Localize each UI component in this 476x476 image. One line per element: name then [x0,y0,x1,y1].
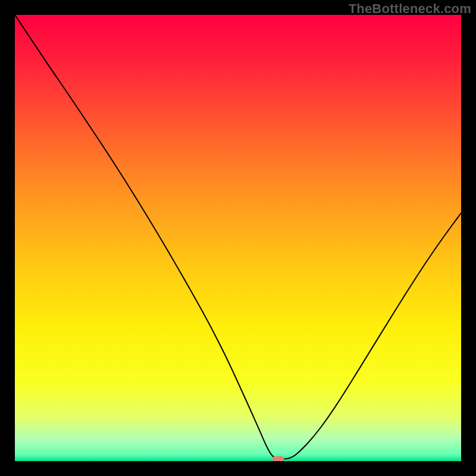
gradient-background [15,15,461,461]
optimal-point-marker [273,456,284,461]
chart-frame: TheBottleneck.com [0,0,476,476]
bottleneck-chart [15,15,461,461]
